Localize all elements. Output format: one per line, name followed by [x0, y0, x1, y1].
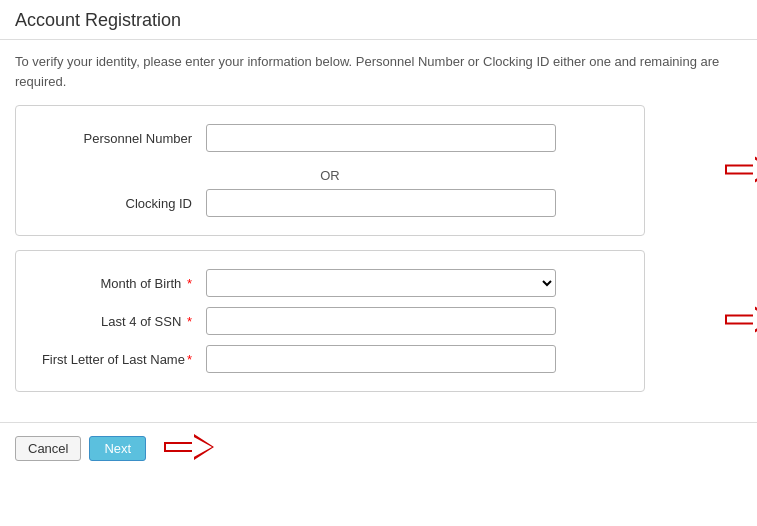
last4-ssn-row: Last 4 of SSN *: [36, 307, 624, 335]
page-title: Account Registration: [15, 10, 742, 31]
cancel-button[interactable]: Cancel: [15, 436, 81, 461]
svg-marker-3: [727, 309, 757, 331]
page-header: Account Registration: [0, 0, 757, 40]
personnel-number-row: Personnel Number: [36, 124, 624, 152]
first-letter-last-name-input[interactable]: [206, 345, 556, 373]
clocking-id-row: Clocking ID: [36, 189, 624, 217]
required-star-mob: *: [187, 276, 192, 291]
arrow-indicator-1: [725, 154, 757, 184]
personnel-number-label: Personnel Number: [36, 131, 206, 146]
month-of-birth-label: Month of Birth *: [36, 276, 206, 291]
or-divider: OR: [36, 162, 624, 189]
clocking-id-input[interactable]: [206, 189, 556, 217]
page-content: To verify your identity, please enter yo…: [0, 40, 757, 418]
required-star-ssn: *: [187, 314, 192, 329]
month-of-birth-row: Month of Birth * January February March …: [36, 269, 624, 297]
last4-ssn-input[interactable]: [206, 307, 556, 335]
month-of-birth-select[interactable]: January February March April May June Ju…: [206, 269, 556, 297]
clocking-id-label: Clocking ID: [36, 196, 206, 211]
verification-card: Month of Birth * January February March …: [15, 250, 645, 392]
first-letter-last-name-row: First Letter of Last Name*: [36, 345, 624, 373]
svg-marker-5: [166, 436, 212, 458]
identity-card: Personnel Number OR Clocking ID: [15, 105, 645, 236]
instruction-text: To verify your identity, please enter yo…: [15, 52, 742, 91]
first-letter-last-name-label: First Letter of Last Name*: [36, 352, 206, 367]
footer-bar: Cancel Next: [0, 422, 757, 474]
next-button[interactable]: Next: [89, 436, 146, 461]
last4-ssn-label: Last 4 of SSN *: [36, 314, 206, 329]
personnel-number-input[interactable]: [206, 124, 556, 152]
required-star-fln: *: [187, 352, 192, 367]
footer-arrow-icon: [164, 433, 214, 461]
arrow-indicator-2: [725, 305, 757, 335]
svg-marker-1: [727, 158, 757, 180]
